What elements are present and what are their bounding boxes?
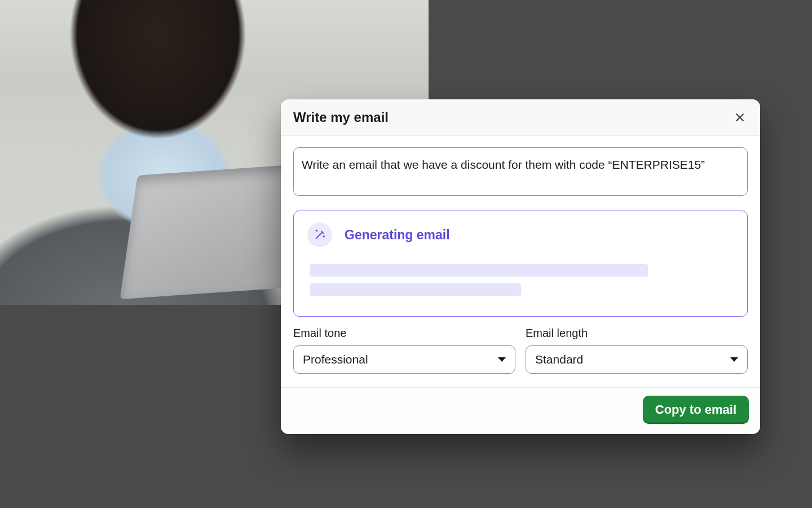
generating-header: Generating email	[307, 222, 734, 247]
copy-to-email-button[interactable]: Copy to email	[643, 396, 749, 424]
close-button[interactable]	[732, 110, 748, 125]
tone-value: Professional	[303, 353, 368, 366]
options-row: Email tone Professional Email length Sta…	[293, 327, 748, 374]
close-icon	[734, 112, 745, 123]
modal-footer: Copy to email	[281, 387, 760, 434]
tone-select[interactable]: Professional	[293, 345, 515, 374]
skeleton-line	[310, 283, 521, 296]
write-email-modal: Write my email Write an email that we ha…	[281, 99, 760, 434]
chevron-down-icon	[498, 357, 506, 362]
length-field: Email length Standard	[526, 327, 748, 374]
length-value: Standard	[535, 353, 583, 366]
modal-title: Write my email	[293, 110, 389, 125]
skeleton-lines	[307, 264, 734, 296]
tone-field: Email tone Professional	[293, 327, 515, 374]
skeleton-line	[310, 264, 648, 277]
magic-wand-icon	[307, 222, 332, 247]
modal-body: Write an email that we have a discount f…	[281, 136, 760, 387]
tone-label: Email tone	[293, 327, 515, 340]
modal-header: Write my email	[281, 99, 760, 136]
generating-label: Generating email	[345, 227, 450, 243]
length-label: Email length	[526, 327, 748, 340]
prompt-input[interactable]: Write an email that we have a discount f…	[293, 147, 748, 196]
length-select[interactable]: Standard	[526, 345, 748, 374]
prompt-text: Write an email that we have a discount f…	[302, 158, 705, 171]
generating-panel: Generating email	[293, 211, 748, 317]
chevron-down-icon	[730, 357, 738, 362]
